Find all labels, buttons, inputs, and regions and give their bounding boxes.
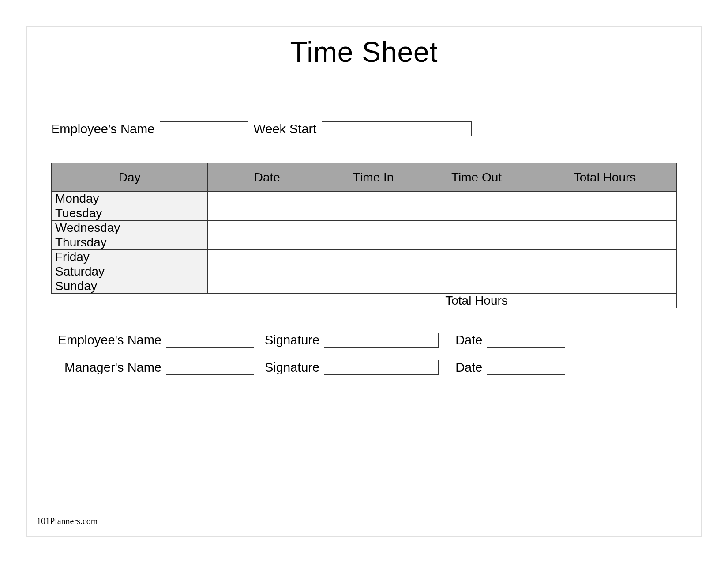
manager-signature-input[interactable] (324, 360, 439, 375)
date-cell[interactable] (208, 206, 326, 221)
timein-cell[interactable] (326, 279, 420, 294)
day-cell: Saturday (52, 264, 208, 279)
employee-name-label: Employee's Name (51, 122, 154, 136)
day-cell: Sunday (52, 279, 208, 294)
employee-date-label: Date (455, 333, 482, 348)
day-cell: Friday (52, 250, 208, 264)
total-cell[interactable] (533, 206, 677, 221)
employee-name-label-2: Employee's Name (51, 333, 161, 348)
col-day-header: Day (52, 163, 208, 192)
total-cell[interactable] (533, 279, 677, 294)
timeout-cell[interactable] (420, 250, 533, 264)
date-cell[interactable] (208, 192, 326, 206)
total-cell[interactable] (533, 250, 677, 264)
manager-signature-label: Signature (265, 360, 319, 375)
total-cell[interactable] (533, 235, 677, 250)
table-row: Friday (52, 250, 677, 264)
week-start-input[interactable] (322, 121, 472, 136)
day-cell: Tuesday (52, 206, 208, 221)
col-timeout-header: Time Out (420, 163, 533, 192)
timein-cell[interactable] (326, 235, 420, 250)
total-cell[interactable] (533, 264, 677, 279)
manager-signoff-row: Manager's Name Signature Date (51, 360, 677, 375)
manager-name-input[interactable] (166, 360, 254, 375)
date-cell[interactable] (208, 279, 326, 294)
table-row: Thursday (52, 235, 677, 250)
timesheet-table: Day Date Time In Time Out Total Hours Mo… (51, 163, 677, 308)
date-cell[interactable] (208, 235, 326, 250)
page-title: Time Sheet (51, 36, 677, 68)
date-cell[interactable] (208, 221, 326, 235)
table-row: Sunday (52, 279, 677, 294)
employee-signoff-row: Employee's Name Signature Date (51, 333, 677, 348)
employee-date-input[interactable] (487, 333, 565, 348)
footer-attribution: 101Planners.com (37, 516, 98, 526)
timein-cell[interactable] (326, 192, 420, 206)
day-cell: Monday (52, 192, 208, 206)
day-cell: Wednesday (52, 221, 208, 235)
manager-date-input[interactable] (487, 360, 565, 375)
employee-name-input-2[interactable] (166, 333, 254, 348)
timeout-cell[interactable] (420, 206, 533, 221)
timeout-cell[interactable] (420, 235, 533, 250)
timein-cell[interactable] (326, 264, 420, 279)
timeout-cell[interactable] (420, 264, 533, 279)
employee-signature-input[interactable] (324, 333, 439, 348)
header-row: Employee's Name Week Start (51, 121, 677, 136)
day-cell: Thursday (52, 235, 208, 250)
total-row: Total Hours (52, 294, 677, 308)
total-hours-value[interactable] (533, 294, 677, 308)
table-header-row: Day Date Time In Time Out Total Hours (52, 163, 677, 192)
employee-signature-label: Signature (265, 333, 319, 348)
timein-cell[interactable] (326, 206, 420, 221)
col-timein-header: Time In (326, 163, 420, 192)
employee-name-input[interactable] (160, 121, 248, 136)
timein-cell[interactable] (326, 221, 420, 235)
table-row: Wednesday (52, 221, 677, 235)
total-cell[interactable] (533, 221, 677, 235)
signoff-block: Employee's Name Signature Date Manager's… (51, 333, 677, 375)
timeout-cell[interactable] (420, 279, 533, 294)
date-cell[interactable] (208, 264, 326, 279)
date-cell[interactable] (208, 250, 326, 264)
col-date-header: Date (208, 163, 326, 192)
col-total-header: Total Hours (533, 163, 677, 192)
timeout-cell[interactable] (420, 221, 533, 235)
table-row: Tuesday (52, 206, 677, 221)
timeout-cell[interactable] (420, 192, 533, 206)
timesheet-page: Time Sheet Employee's Name Week Start Da… (26, 26, 702, 537)
week-start-label: Week Start (253, 122, 316, 136)
timein-cell[interactable] (326, 250, 420, 264)
manager-date-label: Date (455, 360, 482, 375)
manager-name-label: Manager's Name (51, 360, 161, 375)
total-hours-label: Total Hours (420, 294, 533, 308)
total-cell[interactable] (533, 192, 677, 206)
table-row: Monday (52, 192, 677, 206)
table-row: Saturday (52, 264, 677, 279)
